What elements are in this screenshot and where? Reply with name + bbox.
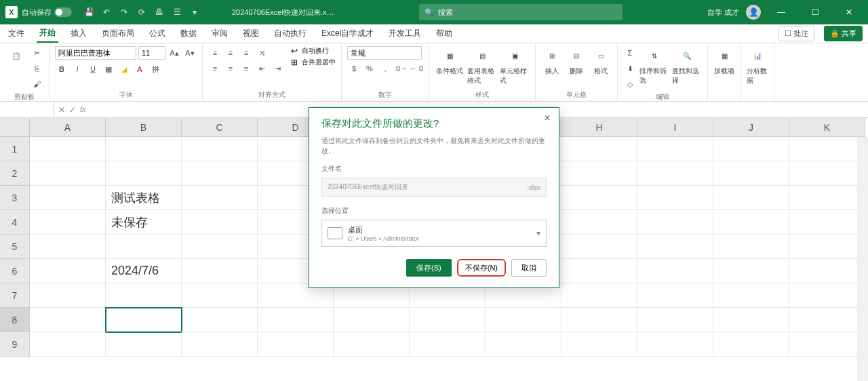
- fx-icon[interactable]: fx: [80, 105, 86, 115]
- redo-icon[interactable]: ↷: [118, 6, 130, 18]
- merge-button[interactable]: ⊞合并后居中: [291, 58, 336, 67]
- indent-dec-icon[interactable]: ⇤: [255, 62, 269, 75]
- fill-color-icon[interactable]: ◢: [117, 62, 131, 76]
- row-header[interactable]: 6: [0, 259, 30, 283]
- cell-b8-selected[interactable]: [106, 308, 182, 332]
- print-icon[interactable]: 🖶: [153, 6, 165, 18]
- close-window-button[interactable]: ✕: [835, 2, 863, 22]
- find-select-button[interactable]: 🔍查找和选择: [672, 46, 702, 85]
- col-header[interactable]: B: [106, 118, 182, 137]
- col-header[interactable]: J: [713, 118, 789, 137]
- clear-icon[interactable]: ◇: [623, 77, 637, 91]
- align-bottom-icon[interactable]: ≡: [239, 46, 253, 60]
- autosum-icon[interactable]: Σ: [623, 46, 637, 60]
- fill-icon[interactable]: ⬇: [623, 62, 637, 75]
- name-box[interactable]: [0, 102, 54, 117]
- format-cells-button[interactable]: ▭格式: [590, 46, 612, 76]
- tab-help[interactable]: 帮助: [433, 25, 455, 42]
- delete-cells-button[interactable]: ⊟删除: [566, 46, 587, 76]
- col-header[interactable]: K: [789, 118, 865, 137]
- analysis-button[interactable]: 📊分析数据: [747, 46, 768, 85]
- dialog-close-button[interactable]: ✕: [540, 111, 555, 125]
- align-center-icon[interactable]: ≡: [224, 62, 237, 75]
- refresh-icon[interactable]: ⟳: [136, 6, 148, 18]
- italic-icon[interactable]: I: [71, 62, 84, 76]
- font-name-combo[interactable]: 阿里巴巴普惠体: [55, 46, 136, 60]
- select-all-corner[interactable]: [0, 118, 30, 137]
- cell-b4[interactable]: 未保存: [106, 210, 182, 235]
- comments-button[interactable]: ☐ 批注: [778, 26, 814, 41]
- row-header[interactable]: 9: [0, 332, 30, 357]
- paste-button[interactable]: 📋: [5, 46, 27, 65]
- row-header[interactable]: 1: [0, 137, 30, 161]
- location-picker[interactable]: 桌面 C: » Users » Administrator ▾: [321, 220, 547, 247]
- row-header[interactable]: 4: [0, 210, 30, 235]
- border-icon[interactable]: ▦: [102, 62, 115, 76]
- underline-icon[interactable]: U: [86, 62, 100, 76]
- increase-font-icon[interactable]: A▴: [167, 46, 181, 60]
- row-header[interactable]: 3: [0, 186, 30, 210]
- touch-icon[interactable]: ☰: [171, 6, 183, 18]
- insert-cells-button[interactable]: ⊞插入: [541, 46, 563, 76]
- percent-icon[interactable]: %: [363, 62, 376, 75]
- font-size-combo[interactable]: 11: [138, 46, 165, 60]
- cell-b6[interactable]: 2024/7/6: [106, 259, 182, 283]
- cancel-button[interactable]: 取消: [511, 259, 547, 277]
- maximize-button[interactable]: ☐: [802, 2, 829, 22]
- currency-icon[interactable]: $: [347, 62, 361, 75]
- align-top-icon[interactable]: ≡: [208, 46, 222, 60]
- vertical-scrollbar[interactable]: [857, 137, 868, 381]
- col-header[interactable]: H: [561, 118, 637, 137]
- number-format-combo[interactable]: 常规: [347, 46, 422, 60]
- align-left-icon[interactable]: ≡: [208, 62, 222, 75]
- toggle-switch-icon[interactable]: [54, 7, 72, 17]
- tab-data[interactable]: 数据: [178, 25, 199, 42]
- tab-file[interactable]: 文件: [5, 25, 27, 42]
- tab-formulas[interactable]: 公式: [146, 25, 168, 42]
- dont-save-button[interactable]: 不保存(N): [457, 259, 506, 277]
- row-header[interactable]: 5: [0, 235, 30, 259]
- sort-filter-button[interactable]: ⇅排序和筛选: [639, 46, 669, 85]
- tab-view[interactable]: 视图: [240, 25, 262, 42]
- cell-styles-button[interactable]: ▣单元格样式: [500, 46, 530, 85]
- font-color-icon[interactable]: A: [133, 62, 146, 76]
- tab-review[interactable]: 审阅: [209, 25, 231, 42]
- tab-insert[interactable]: 插入: [68, 25, 90, 42]
- tab-layout[interactable]: 页面布局: [99, 25, 137, 42]
- row-header[interactable]: 8: [0, 308, 30, 332]
- bold-icon[interactable]: B: [55, 62, 68, 76]
- enter-formula-icon[interactable]: ✓: [69, 105, 76, 115]
- col-header[interactable]: A: [30, 118, 106, 137]
- more-icon[interactable]: ▾: [189, 6, 201, 18]
- dec-decimal-icon[interactable]: ←.0: [410, 62, 423, 75]
- phonetic-icon[interactable]: 拼: [149, 62, 162, 76]
- cell-b3[interactable]: 测试表格: [106, 186, 182, 210]
- format-painter-icon[interactable]: 🖌: [30, 77, 43, 91]
- share-button[interactable]: 🔒 共享: [824, 26, 863, 41]
- col-header[interactable]: C: [182, 118, 258, 137]
- decrease-font-icon[interactable]: A▾: [183, 46, 197, 60]
- search-input[interactable]: 🔍 搜索: [419, 4, 623, 20]
- cut-icon[interactable]: ✂: [30, 46, 43, 60]
- inc-decimal-icon[interactable]: .0→: [394, 62, 408, 75]
- filename-input[interactable]: 20240706Excel快递对回来 .xlsx: [321, 178, 547, 197]
- user-name[interactable]: 自学 成才: [707, 7, 739, 18]
- tab-selfstudy[interactable]: Excel自学成才: [319, 25, 376, 42]
- cond-format-button[interactable]: ▦条件格式: [435, 46, 465, 76]
- autosave-toggle[interactable]: 自动保存: [22, 7, 72, 18]
- row-header[interactable]: 2: [0, 161, 30, 186]
- orientation-icon[interactable]: ⤭: [255, 46, 269, 60]
- undo-icon[interactable]: ↶: [100, 6, 113, 18]
- indent-inc-icon[interactable]: ⇥: [271, 62, 284, 75]
- tab-automate[interactable]: 自动执行: [271, 25, 309, 42]
- minimize-button[interactable]: —: [768, 2, 795, 22]
- row-header[interactable]: 7: [0, 283, 30, 308]
- col-header[interactable]: I: [637, 118, 713, 137]
- comma-icon[interactable]: ,: [378, 62, 392, 75]
- addins-button[interactable]: ▦加载项: [713, 46, 735, 76]
- copy-icon[interactable]: ⎘: [30, 62, 43, 75]
- align-right-icon[interactable]: ≡: [239, 62, 253, 75]
- tab-home[interactable]: 开始: [37, 24, 58, 43]
- user-avatar-icon[interactable]: 👤: [746, 5, 761, 20]
- save-button[interactable]: 保存(S): [406, 259, 452, 277]
